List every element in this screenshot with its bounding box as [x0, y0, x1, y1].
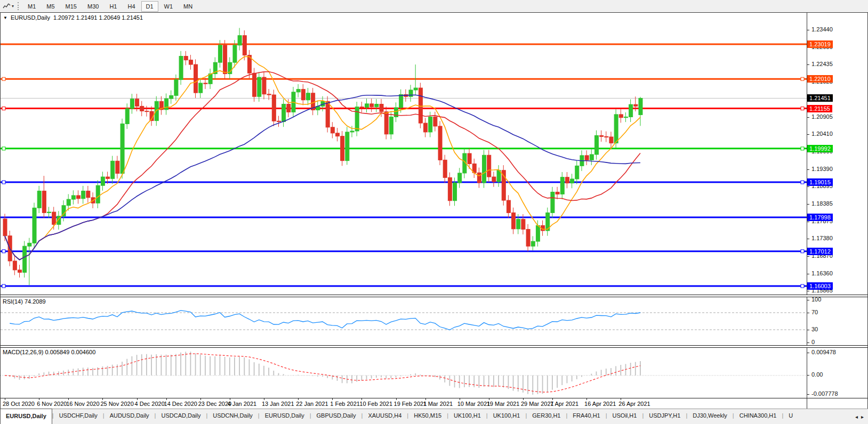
axis-tick: [807, 204, 809, 205]
rsi-label: RSI(14) 74.2089: [3, 298, 46, 305]
date-tick: [5, 398, 5, 400]
date-label: 13 Jan 2021: [262, 401, 294, 407]
line-handle[interactable]: [2, 284, 5, 288]
axis-tick: [807, 394, 809, 395]
line-handle[interactable]: [801, 77, 804, 80]
tf-button-h1[interactable]: H1: [105, 1, 122, 12]
top-toolbar: ▾ M1M5M15M30H1H4D1W1MN: [0, 0, 868, 13]
tf-button-m5[interactable]: M5: [42, 1, 59, 12]
tab-nav: ◂▸: [851, 409, 868, 424]
main-chart[interactable]: ▼ EURUSD,Daily 1.20972 1.21491 1.20649 1…: [1, 13, 807, 295]
tf-button-mn[interactable]: MN: [179, 1, 197, 12]
axis-tick-label: 1.17380: [811, 235, 833, 241]
chart-ohlc-values: 1.20972 1.21491 1.20649 1.21451: [53, 14, 143, 21]
tab-scroll-right-icon[interactable]: ▸: [861, 414, 864, 420]
macd-chart[interactable]: MACD(12,26,9) 0.005849 0.004600: [1, 348, 807, 398]
axis-tick-label: 1.20905: [811, 113, 833, 120]
chart-tab-usoil-h1[interactable]: USOil,H1: [607, 409, 642, 424]
tab-scroll-left-icon[interactable]: ◂: [855, 414, 858, 420]
date-label: 19 Mar 2021: [487, 401, 520, 407]
cursor-tool-button[interactable]: ▾: [2, 2, 15, 11]
chart-tab-eurusd-daily[interactable]: EURUSD,Daily: [0, 409, 52, 424]
tf-button-h4[interactable]: H4: [123, 1, 140, 12]
date-label: 29 Mar 2021: [521, 401, 554, 407]
line-handle[interactable]: [801, 284, 804, 288]
line-handle[interactable]: [801, 181, 804, 184]
tf-button-d1[interactable]: D1: [141, 1, 158, 12]
tf-button-m15[interactable]: M15: [61, 1, 82, 12]
line-handle[interactable]: [801, 107, 804, 110]
axis-tick-label: 100: [811, 296, 821, 303]
macd-label: MACD(12,26,9) 0.005849 0.004600: [3, 349, 95, 355]
chart-tab-eurusd-daily[interactable]: EURUSD,Daily: [260, 409, 310, 424]
axis-tick: [807, 300, 809, 300]
chart-tab-bar: EURUSD,Daily|USDCHF,Daily|AUDUSD,Daily|U…: [0, 409, 868, 424]
date-label: 26 Apr 2021: [618, 401, 650, 407]
tf-button-w1[interactable]: W1: [159, 1, 178, 12]
line-handle[interactable]: [2, 147, 5, 150]
line-handle[interactable]: [2, 77, 5, 80]
chevron-down-icon[interactable]: ▾: [12, 4, 14, 9]
timeframe-buttons: M1M5M15M30H1H4D1W1MN: [22, 1, 198, 12]
macd-axis[interactable]: 0.0094780.00-0.007778: [807, 348, 867, 398]
chart-tab-ger30-h1[interactable]: GER30,H1: [527, 409, 566, 424]
chart-tab-china300-h1[interactable]: CHINA300,H1: [734, 409, 782, 424]
toolbar-grip: [18, 2, 19, 10]
date-label: 14 Dec 2020: [164, 401, 197, 407]
tf-button-m1[interactable]: M1: [23, 1, 41, 12]
axis-tick: [807, 353, 809, 353]
axis-tick-label: 0.00: [811, 371, 823, 378]
date-axis[interactable]: 28 Oct 20206 Nov 202016 Nov 202025 Nov 2…: [1, 398, 807, 409]
chart-tab-dj30-weekly[interactable]: DJ30,Weekly: [687, 409, 733, 424]
chart-tab-gbpusd-daily[interactable]: GBPUSD,Daily: [311, 409, 361, 424]
line-handle[interactable]: [2, 250, 5, 253]
ma-line-8: [5, 56, 640, 259]
axis-tick: [807, 313, 809, 313]
chart-tab-hk50-m15[interactable]: HK50,M15: [408, 409, 447, 424]
date-tick: [523, 398, 524, 400]
chart-cursor-icon: [2, 2, 11, 11]
tf-button-m30[interactable]: M30: [83, 1, 103, 12]
chart-tab-usdchf-daily[interactable]: USDCHF,Daily: [54, 409, 103, 424]
date-label: 25 Nov 2020: [100, 401, 133, 407]
price-level-badge-1.21155: 1.21155: [807, 105, 832, 112]
chart-tab-audusd-daily[interactable]: AUDUSD,Daily: [105, 409, 155, 424]
chart-tab-uk100-h1[interactable]: UK100,H1: [488, 409, 526, 424]
rsi-axis[interactable]: 10070300: [807, 297, 867, 345]
line-handle[interactable]: [2, 181, 5, 184]
rsi-chart[interactable]: RSI(14) 74.2089: [1, 297, 807, 345]
axis-tick-label: 1.18385: [811, 200, 833, 207]
date-label: 1 Mar 2021: [423, 401, 453, 407]
price-level-badge-1.17012: 1.17012: [807, 248, 833, 255]
axis-tick-label: 1.22435: [811, 61, 833, 67]
macd-panel: MACD(12,26,9) 0.005849 0.004600 0.009478…: [1, 348, 867, 398]
rsi-line: [10, 311, 640, 330]
chart-tab-xauusd-h4[interactable]: XAUUSD,H4: [363, 409, 407, 424]
chart-tab-fra40-h1[interactable]: FRA40,H1: [567, 409, 605, 424]
chart-tab-usdcnh-daily[interactable]: USDCNH,Daily: [207, 409, 258, 424]
chart-tab-u[interactable]: U: [783, 409, 798, 424]
chart-window: ▼ EURUSD,Daily 1.20972 1.21491 1.20649 1…: [0, 12, 868, 409]
date-label: 22 Jan 2021: [296, 401, 328, 407]
chart-tab-usdcad-daily[interactable]: USDCAD,Daily: [156, 409, 206, 424]
chart-tab-uk100-h1[interactable]: UK100,H1: [448, 409, 486, 424]
date-label: 16 Apr 2021: [584, 401, 616, 407]
line-handle[interactable]: [2, 107, 5, 110]
line-handle[interactable]: [801, 147, 804, 150]
main-price-panel: ▼ EURUSD,Daily 1.20972 1.21491 1.20649 1…: [1, 13, 867, 295]
axis-tick: [807, 239, 809, 239]
date-label: 19 Feb 2021: [394, 401, 427, 407]
date-tick: [332, 398, 333, 400]
date-label: 10 Mar 2021: [457, 401, 491, 407]
axis-tick: [807, 222, 809, 222]
price-axis[interactable]: 1.234401.229301.224351.219251.209051.204…: [807, 13, 867, 295]
axis-corner: [807, 398, 867, 409]
axis-tick-label: 1.19390: [811, 166, 833, 172]
date-tick: [396, 398, 397, 400]
line-handle[interactable]: [801, 250, 804, 253]
chart-tab-usdjpy-h1[interactable]: USDJPY,H1: [644, 409, 686, 424]
price-level-badge-1.19015: 1.19015: [807, 178, 833, 186]
symbol-dropdown-icon[interactable]: ▼: [3, 15, 7, 20]
date-tick: [298, 398, 299, 400]
date-tick: [425, 398, 426, 400]
